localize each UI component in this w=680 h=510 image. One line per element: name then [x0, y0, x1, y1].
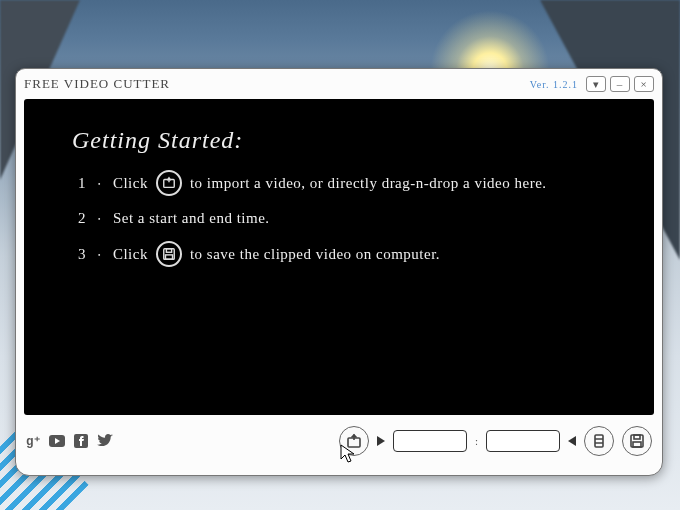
getting-started-heading: Getting Started: [72, 127, 606, 154]
step-text-post: to import a video, or directly drag-n-dr… [190, 175, 547, 192]
minimize-button[interactable]: – [610, 76, 630, 92]
step-number: 3 [72, 246, 86, 263]
end-time-input[interactable] [486, 430, 560, 452]
svg-rect-2 [166, 249, 171, 253]
svg-rect-9 [634, 435, 640, 439]
social-links: g⁺ [24, 432, 114, 450]
step-1: 1 ● Click to import a video, or directly… [72, 170, 606, 196]
svg-rect-10 [633, 442, 641, 447]
toolbar: g⁺ : [16, 415, 662, 467]
play-start-button[interactable] [377, 436, 385, 446]
step-2: 2 ● Set a start and end time. [72, 210, 606, 227]
svg-rect-7 [595, 435, 603, 447]
save-icon [156, 241, 182, 267]
step-number: 1 [72, 175, 86, 192]
close-button[interactable]: × [634, 76, 654, 92]
save-button[interactable] [622, 426, 652, 456]
import-icon [156, 170, 182, 196]
app-title: FREE VIDEO CUTTER [24, 76, 530, 92]
play-end-button[interactable] [568, 436, 576, 446]
step-text-pre: Click [113, 175, 148, 192]
step-3: 3 ● Click to save the clipped video on c… [72, 241, 606, 267]
dropdown-button[interactable]: ▾ [586, 76, 606, 92]
svg-rect-3 [165, 255, 172, 259]
twitter-icon[interactable] [96, 432, 114, 450]
import-button[interactable] [339, 426, 369, 456]
step-number: 2 [72, 210, 86, 227]
version-label: Ver. 1.2.1 [530, 79, 578, 90]
step-text-pre: Click [113, 246, 148, 263]
titlebar: FREE VIDEO CUTTER Ver. 1.2.1 ▾ – × [16, 69, 662, 99]
youtube-icon[interactable] [48, 432, 66, 450]
step-text-post: to save the clipped video on computer. [190, 246, 440, 263]
facebook-icon[interactable] [72, 432, 90, 450]
app-window: FREE VIDEO CUTTER Ver. 1.2.1 ▾ – × Getti… [15, 68, 663, 476]
cut-button[interactable] [584, 426, 614, 456]
step-text-pre: Set a start and end time. [113, 210, 270, 227]
getting-started-steps: 1 ● Click to import a video, or directly… [72, 170, 606, 267]
video-viewport[interactable]: Getting Started: 1 ● Click to import a v… [24, 99, 654, 415]
start-time-input[interactable] [393, 430, 467, 452]
google-plus-icon[interactable]: g⁺ [24, 432, 42, 450]
time-separator: : [475, 435, 478, 447]
